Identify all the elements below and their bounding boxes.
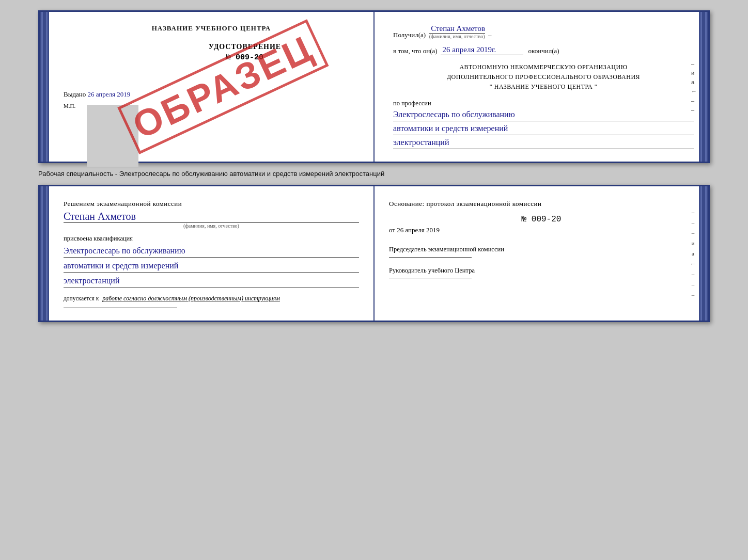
- bottom-document: Решением экзаменационной комиссии Степан…: [38, 185, 710, 323]
- cert-type: УДОСТОВЕРЕНИЕ: [131, 43, 359, 51]
- exam-decision: Решением экзаменационной комиссии Степан…: [40, 186, 375, 321]
- qual-line1: Электрослесарь по обслуживанию: [64, 245, 359, 258]
- protocol-date: от 26 апреля 2019: [389, 226, 694, 234]
- basis-label: Основание: протокол экзаменационной коми…: [389, 199, 694, 210]
- protocol-number: № 009-20: [389, 215, 694, 224]
- received-label: Получил(а): [393, 31, 426, 39]
- head-title: Руководитель учебного Центра: [389, 266, 694, 276]
- date-value: 26 апреля 2019г.: [441, 45, 523, 55]
- person-name-top: Степан Ахметов: [429, 24, 485, 34]
- chairman-title: Председатель экзаменационной комиссии: [389, 245, 694, 254]
- decision-title: Решением экзаменационной комиссии: [64, 199, 359, 209]
- profession-label: по профессии: [393, 100, 694, 107]
- org-line3: " НАЗВАНИЕ УЧЕБНОГО ЦЕНТРА ": [393, 82, 694, 92]
- cert-title: НАЗВАНИЕ УЧЕБНОГО ЦЕНТРА: [64, 24, 359, 33]
- assigned-label: присвоена квалификация: [64, 235, 359, 243]
- cert-back: Получил(а) Степан Ахметов (фамилия, имя,…: [375, 12, 708, 162]
- subtitle-text: Рабочая специальность - Электрослесарь п…: [38, 169, 710, 179]
- exam-basis: Основание: протокол экзаменационной коми…: [375, 186, 708, 321]
- side-decoration-top: – и а ← – –: [691, 60, 697, 113]
- qual-line2: автоматики и средств измерений: [64, 260, 359, 273]
- dash1: –: [488, 31, 492, 39]
- cert-front: НАЗВАНИЕ УЧЕБНОГО ЦЕНТРА УДОСТОВЕРЕНИЕ №…: [40, 12, 375, 162]
- received-row: Получил(а) Степан Ахметов (фамилия, имя,…: [393, 24, 694, 39]
- signature-line-bottom-left: [64, 308, 177, 308]
- in-that-label: в том, что он(а): [393, 47, 438, 55]
- profession-line2: автоматики и средств измерений: [393, 122, 694, 135]
- obrazec-stamp: ОБРАЗЕЦ: [118, 19, 329, 154]
- side-decoration-bottom: – – – и а ← – – –: [690, 209, 696, 298]
- finished-label: окончил(а): [528, 47, 559, 55]
- subtitle-content: Рабочая специальность - Электрослесарь п…: [38, 170, 384, 178]
- date-value-bottom: 26 апреля 2019: [397, 226, 440, 234]
- allows-value: работе согласно должностным (производств…: [102, 295, 280, 302]
- name-sublabel-bottom: (фамилия, имя, отчество): [64, 223, 359, 229]
- profession-line3: электростанций: [393, 136, 694, 149]
- org-line2: ДОПОЛНИТЕЛЬНОГО ПРОФЕССИОНАЛЬНОГО ОБРАЗО…: [393, 72, 694, 82]
- profession-line1: Электрослесарь по обслуживанию: [393, 108, 694, 121]
- org-line1: АВТОНОМНУЮ НЕКОММЕРЧЕСКУЮ ОРГАНИЗАЦИЮ: [393, 62, 694, 72]
- cert-number: № 009-20: [131, 53, 359, 62]
- top-document: НАЗВАНИЕ УЧЕБНОГО ЦЕНТРА УДОСТОВЕРЕНИЕ №…: [38, 10, 710, 163]
- person-name-bottom: Степан Ахметов: [64, 211, 359, 223]
- allows-row: допускается к работе согласно должностны…: [64, 295, 359, 302]
- head-sign-line: [389, 279, 472, 279]
- allows-prefix: допускается к: [64, 295, 99, 301]
- issued-label: Выдано: [64, 90, 86, 98]
- date-prefix: от: [389, 226, 395, 234]
- photo-placeholder: [87, 105, 138, 167]
- name-sublabel-top: (фамилия, имя, отчество): [429, 34, 485, 39]
- issued-date: 26 апреля 2019: [88, 90, 131, 98]
- qual-line3: электростанций: [64, 275, 359, 287]
- in-that-row: в том, что он(а) 26 апреля 2019г. окончи…: [393, 45, 694, 55]
- chairman-sign-line: [389, 257, 472, 258]
